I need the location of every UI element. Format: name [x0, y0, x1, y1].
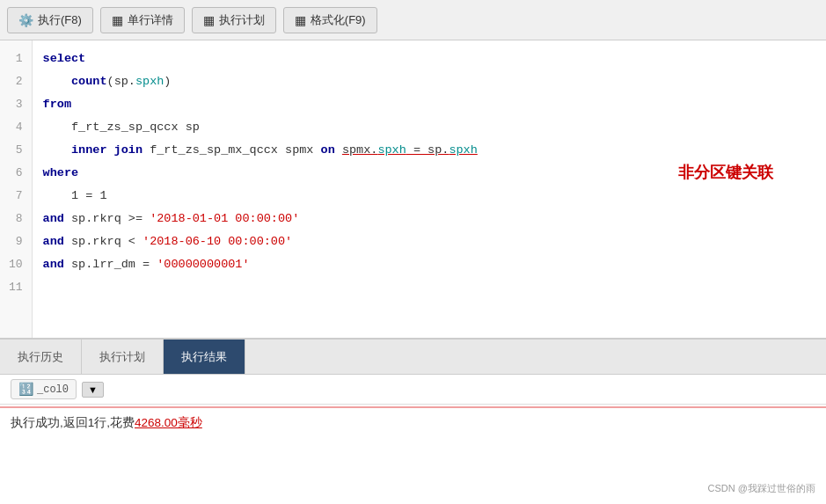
execute-label: 执行(F8): [38, 12, 82, 28]
format-icon: ▦: [295, 13, 306, 27]
code-editor[interactable]: select count(sp.spxh) from f_rt_zs_sp_qc…: [33, 40, 826, 338]
exec-plan-button[interactable]: ▦ 执行计划: [192, 7, 276, 33]
row-detail-label: 单行详情: [128, 12, 173, 28]
tab-exec-result[interactable]: 执行结果: [164, 340, 245, 374]
results-area: 🔢 _col0 ▼ 执行成功,返回1行,花费4268.00毫秒 CSDN @我踩…: [0, 375, 826, 504]
tab-exec-history-label: 执行历史: [18, 349, 63, 365]
editor-area: 1 2 3 4 5 6 7 8 9 10 11 select count(sp.…: [0, 40, 826, 340]
exec-plan-icon: ▦: [203, 13, 215, 27]
execute-icon: ⚙️: [18, 13, 33, 27]
results-header: 🔢 _col0 ▼: [0, 375, 826, 405]
exec-plan-label: 执行计划: [219, 12, 265, 28]
column-icon: 🔢: [18, 382, 33, 397]
tab-exec-history[interactable]: 执行历史: [0, 340, 82, 374]
status-bar: 执行成功,返回1行,花费4268.00毫秒: [0, 406, 826, 438]
row-detail-button[interactable]: ▦ 单行详情: [100, 7, 185, 33]
format-button[interactable]: ▦ 格式化(F9): [283, 7, 377, 33]
column-dropdown-button[interactable]: ▼: [82, 382, 104, 398]
row-detail-icon: ▦: [112, 13, 123, 27]
tab-exec-plan[interactable]: 执行计划: [82, 340, 164, 374]
tab-exec-result-label: 执行结果: [181, 349, 227, 365]
column-label: _col0: [37, 383, 69, 396]
tab-exec-plan-label: 执行计划: [99, 349, 145, 365]
execute-button[interactable]: ⚙️ 执行(F8): [7, 7, 93, 33]
watermark: CSDN @我踩过世俗的雨: [708, 482, 815, 495]
status-highlight: 4268.00毫秒: [135, 416, 202, 429]
column-badge: 🔢 _col0: [11, 379, 77, 399]
format-label: 格式化(F9): [311, 12, 366, 28]
bottom-tabs: 执行历史 执行计划 执行结果: [0, 340, 826, 375]
status-text-prefix: 执行成功,返回1行,花费: [11, 416, 135, 429]
line-numbers: 1 2 3 4 5 6 7 8 9 10 11: [0, 40, 33, 338]
toolbar: ⚙️ 执行(F8) ▦ 单行详情 ▦ 执行计划 ▦ 格式化(F9): [0, 0, 826, 40]
